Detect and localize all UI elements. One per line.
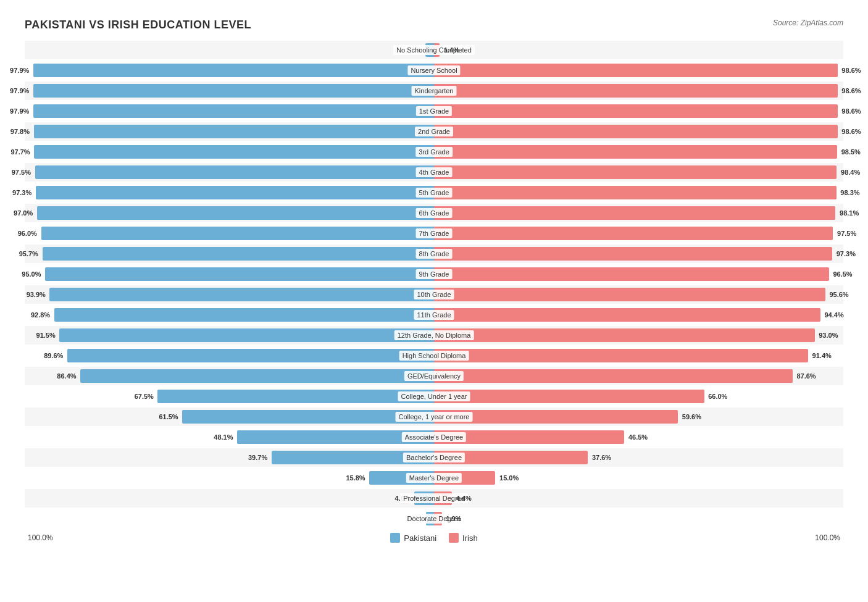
bar-label: High School Diploma bbox=[399, 351, 469, 361]
right-section: 1.9% bbox=[434, 509, 843, 528]
chart-footer: 100.0% Pakistani Irish 100.0% bbox=[25, 533, 843, 543]
left-section: 4.8% bbox=[25, 489, 434, 508]
table-row: 97.5%4th Grade98.4% bbox=[25, 163, 843, 182]
irish-value: 97.5% bbox=[837, 230, 856, 237]
irish-value: 98.3% bbox=[840, 189, 859, 196]
right-section: 1.4% bbox=[434, 41, 843, 59]
right-section: 46.5% bbox=[434, 428, 843, 446]
footer-left-value: 100.0% bbox=[28, 533, 53, 542]
bar-label: Associate's Degree bbox=[402, 432, 466, 442]
bar-label: 5th Grade bbox=[416, 188, 453, 198]
bar-label: College, 1 year or more bbox=[396, 412, 473, 422]
table-row: 39.7%Bachelor's Degree37.6% bbox=[25, 448, 843, 467]
left-section: 96.0% bbox=[25, 224, 434, 243]
irish-value: 1.9% bbox=[446, 515, 461, 522]
irish-value: 98.6% bbox=[841, 128, 861, 135]
table-row: 97.8%2nd Grade98.6% bbox=[25, 122, 843, 141]
bar-label: Nursery School bbox=[407, 65, 460, 75]
table-row: 97.9%Nursery School98.6% bbox=[25, 61, 843, 80]
irish-value: 37.6% bbox=[592, 454, 611, 461]
pakistani-value: 15.8% bbox=[346, 474, 365, 482]
pakistani-bar bbox=[45, 267, 434, 281]
left-section: 89.6% bbox=[25, 346, 434, 365]
irish-value: 98.5% bbox=[841, 148, 861, 156]
right-section: 98.1% bbox=[434, 204, 843, 222]
right-section: 98.3% bbox=[434, 183, 843, 202]
table-row: 2.0%Doctorate Degree1.9% bbox=[25, 509, 843, 528]
pakistani-value: 97.9% bbox=[10, 107, 29, 115]
left-section: 97.9% bbox=[25, 82, 434, 100]
irish-value: 15.0% bbox=[499, 474, 519, 482]
left-section: 15.8% bbox=[25, 469, 434, 487]
chart-container: PAKISTANI VS IRISH EDUCATION LEVEL Sourc… bbox=[12, 12, 856, 555]
irish-bar bbox=[434, 308, 820, 322]
table-row: 61.5%College, 1 year or more59.6% bbox=[25, 408, 843, 426]
footer-right-value: 100.0% bbox=[815, 533, 840, 542]
pakistani-value: 86.4% bbox=[57, 372, 76, 380]
irish-bar bbox=[434, 247, 832, 261]
right-section: 97.3% bbox=[434, 245, 843, 263]
pakistani-value: 97.8% bbox=[10, 128, 30, 135]
irish-value: 59.6% bbox=[682, 413, 701, 420]
right-section: 97.5% bbox=[434, 224, 843, 243]
right-section: 15.0% bbox=[434, 469, 843, 487]
table-row: 91.5%12th Grade, No Diploma93.0% bbox=[25, 326, 843, 345]
irish-value: 98.1% bbox=[840, 209, 859, 217]
pakistani-value: 97.0% bbox=[14, 209, 33, 217]
left-section: 92.8% bbox=[25, 306, 434, 324]
pakistani-bar bbox=[35, 165, 434, 179]
irish-value: 91.4% bbox=[812, 352, 832, 359]
chart-title: PAKISTANI VS IRISH EDUCATION LEVEL bbox=[25, 19, 251, 31]
right-section: 96.5% bbox=[434, 265, 843, 283]
irish-legend-label: Irish bbox=[462, 533, 478, 543]
table-row: 95.7%8th Grade97.3% bbox=[25, 245, 843, 263]
pakistani-bar bbox=[36, 186, 434, 199]
bar-label: 11th Grade bbox=[414, 310, 454, 320]
table-row: 2.1%No Schooling Completed1.4% bbox=[25, 41, 843, 59]
bar-label: Bachelor's Degree bbox=[403, 453, 465, 462]
irish-bar bbox=[434, 206, 835, 220]
right-section: 91.4% bbox=[434, 346, 843, 365]
right-section: 66.0% bbox=[434, 387, 843, 406]
pakistani-bar bbox=[34, 145, 434, 159]
right-section: 93.0% bbox=[434, 326, 843, 345]
table-row: 92.8%11th Grade94.4% bbox=[25, 306, 843, 324]
table-row: 4.8%Professional Degree4.4% bbox=[25, 489, 843, 508]
left-section: 61.5% bbox=[25, 408, 434, 426]
irish-value: 97.3% bbox=[837, 250, 856, 257]
legend: Pakistani Irish bbox=[390, 533, 477, 543]
chart-source: Source: ZipAtlas.com bbox=[773, 19, 843, 27]
pakistani-value: 97.3% bbox=[12, 189, 31, 196]
bar-label: Kindergarten bbox=[412, 86, 457, 96]
irish-bar bbox=[434, 104, 838, 118]
irish-bar bbox=[434, 84, 838, 98]
legend-item-pakistani: Pakistani bbox=[390, 533, 436, 543]
pakistani-bar bbox=[80, 369, 434, 383]
right-section: 98.6% bbox=[434, 61, 843, 80]
table-row: 48.1%Associate's Degree46.5% bbox=[25, 428, 843, 446]
bar-label: Master's Degree bbox=[406, 473, 462, 483]
chart-area: 2.1%No Schooling Completed1.4%97.9%Nurse… bbox=[25, 41, 843, 528]
pakistani-value: 48.1% bbox=[214, 433, 233, 441]
irish-bar bbox=[434, 145, 837, 159]
right-section: 94.4% bbox=[434, 306, 843, 324]
left-section: 93.9% bbox=[25, 285, 434, 304]
pakistani-bar bbox=[34, 125, 434, 138]
irish-legend-box bbox=[449, 533, 459, 543]
pakistani-value: 91.5% bbox=[36, 332, 56, 339]
table-row: 67.5%College, Under 1 year66.0% bbox=[25, 387, 843, 406]
irish-value: 96.5% bbox=[833, 270, 852, 278]
left-section: 39.7% bbox=[25, 448, 434, 467]
pakistani-value: 97.5% bbox=[12, 169, 31, 176]
pakistani-legend-box bbox=[390, 533, 400, 543]
pakistani-value: 92.8% bbox=[31, 311, 50, 319]
pakistani-value: 96.0% bbox=[18, 230, 37, 237]
left-section: 67.5% bbox=[25, 387, 434, 406]
irish-bar bbox=[434, 64, 838, 77]
irish-value: 1.4% bbox=[444, 46, 459, 54]
right-section: 95.6% bbox=[434, 285, 843, 304]
pakistani-value: 67.5% bbox=[135, 393, 154, 400]
irish-value: 94.4% bbox=[825, 311, 844, 319]
left-section: 97.7% bbox=[25, 143, 434, 161]
bar-label: 9th Grade bbox=[416, 269, 453, 279]
